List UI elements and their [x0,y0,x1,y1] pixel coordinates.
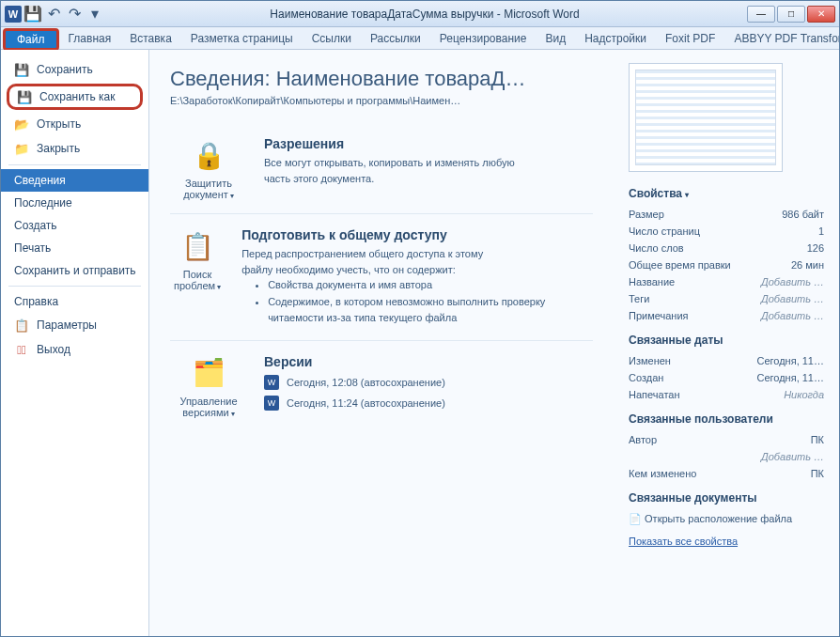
prepare-title: Подготовить к общему доступу [241,227,593,242]
inspect-icon: 📋 [175,227,220,265]
related-users-heading: Связанные пользователи [629,412,824,426]
redo-icon[interactable]: ↷ [67,7,82,22]
show-all-properties-link[interactable]: Показать все свойства [629,536,738,547]
chevron-down-icon: ▾ [217,283,221,291]
related-dates-heading: Связанные даты [629,334,824,347]
backstage: 💾Сохранить 💾Сохранить как 📂Открыть 📁Закр… [1,50,839,636]
check-issues-button[interactable]: 📋 Поиск проблем▾ [170,227,225,327]
prepare-bullet: Содержимое, в котором невозможно выполни… [268,294,593,327]
tab-mailings[interactable]: Рассылки [361,28,430,49]
exit-icon: �⃞ [14,342,29,357]
properties-panel: Свойства ▾ Размер986 байт Число страниц1… [614,50,839,636]
separator [8,164,141,165]
document-path: E:\Заработок\Копирайт\Компьютеры и прогр… [170,95,593,106]
separator [8,286,141,287]
chevron-down-icon: ▾ [230,192,234,200]
tab-home[interactable]: Главная [59,28,121,49]
backstage-sidebar: 💾Сохранить 💾Сохранить как 📂Открыть 📁Закр… [1,50,149,636]
window-controls: — □ ✕ [747,6,835,23]
versions-title: Версии [264,354,445,369]
related-docs-heading: Связанные документы [629,491,824,505]
sidebar-item-print[interactable]: Печать [1,237,148,259]
sidebar-item-saveas[interactable]: 💾Сохранить как [7,84,143,110]
open-file-location[interactable]: 📄 Открыть расположение файла [629,510,824,528]
versions-section: 🗂️ Управление версиями▾ Версии WСегодня,… [170,341,593,431]
prepare-text: Перед распространением общего доступа к … [241,246,505,277]
prop-add-author[interactable]: Добавить … [629,448,824,465]
prop-pages: Число страниц1 [629,223,824,240]
open-icon: 📂 [14,117,29,132]
tab-file[interactable]: Файл [3,28,59,51]
prop-words: Число слов126 [629,240,824,256]
tab-review[interactable]: Рецензирование [430,28,537,49]
sidebar-item-info[interactable]: Сведения [1,169,148,192]
tab-view[interactable]: Вид [536,28,575,49]
qat-menu-icon[interactable]: ▾ [87,7,102,22]
tab-addins[interactable]: Надстройки [575,28,656,49]
tab-foxit[interactable]: Foxit PDF [656,28,724,49]
tab-references[interactable]: Ссылки [303,28,361,49]
sidebar-item-open[interactable]: 📂Открыть [1,112,148,136]
info-panel: Сведения: Наименование товараД… E:\Зараб… [149,50,614,636]
sidebar-item-new[interactable]: Создать [1,214,148,237]
window-title: Наименование товараДатаСумма выручки - M… [102,8,747,21]
tab-abbyy[interactable]: ABBYY PDF Transformer+ [724,28,840,49]
prop-edit-time: Общее время правки26 мин [629,256,824,273]
tab-insert[interactable]: Вставка [120,28,181,49]
prop-title[interactable]: НазваниеДобавить … [629,273,824,290]
chevron-down-icon: ▾ [231,410,235,418]
sidebar-item-save[interactable]: 💾Сохранить [1,57,148,82]
save-icon: 💾 [14,62,29,77]
options-icon: 📋 [14,318,29,333]
version-row[interactable]: WСегодня, 11:24 (автосохранение) [264,396,445,411]
chevron-down-icon: ▾ [685,191,689,199]
quick-access-toolbar: 💾 ↶ ↷ ▾ [25,7,102,22]
lock-icon: 🔒 [186,136,231,174]
sidebar-item-recent[interactable]: Последние [1,192,148,214]
versions-icon: 🗂️ [186,354,231,392]
title-bar: W 💾 ↶ ↷ ▾ Наименование товараДатаСумма в… [1,1,839,27]
properties-heading[interactable]: Свойства ▾ [629,187,824,200]
prepare-section: 📋 Поиск проблем▾ Подготовить к общему до… [170,214,593,341]
prop-notes[interactable]: ПримечанияДобавить … [629,307,824,324]
tab-layout[interactable]: Разметка страницы [181,28,303,49]
undo-icon[interactable]: ↶ [46,7,61,22]
save-icon[interactable]: 💾 [25,7,40,22]
document-thumbnail[interactable] [629,63,783,172]
protect-document-button[interactable]: 🔒 Защитить документ▾ [170,136,247,200]
permissions-section: 🔒 Защитить документ▾ Разрешения Все могу… [170,123,593,214]
sidebar-item-help[interactable]: Справка [1,290,148,313]
prop-printed: НапечатанНикогда [629,386,824,403]
manage-versions-button[interactable]: 🗂️ Управление версиями▾ [170,354,247,418]
permissions-text: Все могут открывать, копировать и изменя… [264,155,527,186]
sidebar-item-close[interactable]: 📁Закрыть [1,136,148,161]
prop-modified: ИзмененСегодня, 11… [629,352,824,369]
sidebar-item-exit[interactable]: �⃞Выход [1,337,148,362]
prop-modified-by: Кем измененоПК [629,465,824,482]
permissions-title: Разрешения [264,136,527,151]
sidebar-item-options[interactable]: 📋Параметры [1,313,148,337]
version-row[interactable]: WСегодня, 12:08 (автосохранение) [264,375,445,390]
close-folder-icon: 📁 [14,141,29,156]
prop-created: СозданСегодня, 11… [629,369,824,386]
word-doc-icon: W [264,396,279,411]
prop-tags[interactable]: ТегиДобавить … [629,290,824,307]
close-button[interactable]: ✕ [807,6,835,23]
prop-size: Размер986 байт [629,206,824,223]
sidebar-item-share[interactable]: Сохранить и отправить [1,259,148,282]
saveas-icon: 💾 [17,89,32,104]
word-doc-icon: W [264,375,279,390]
prop-author: АвторПК [629,431,824,448]
maximize-button[interactable]: □ [777,6,805,23]
ribbon-tabs: Файл Главная Вставка Разметка страницы С… [1,27,839,50]
prepare-bullet: Свойства документа и имя автора [268,277,593,294]
info-heading: Сведения: Наименование товараД… [170,67,593,91]
backstage-main: Сведения: Наименование товараД… E:\Зараб… [149,50,839,636]
minimize-button[interactable]: — [747,6,775,23]
app-icon: W [5,6,22,23]
